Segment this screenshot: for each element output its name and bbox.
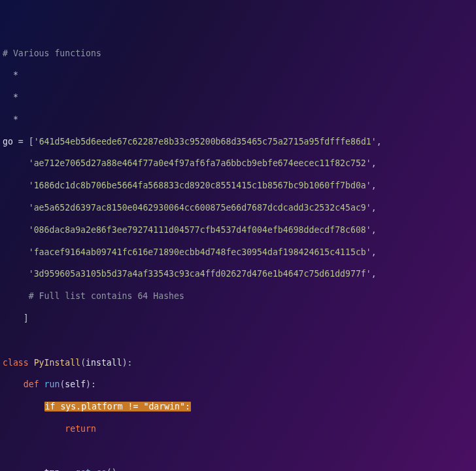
code-line: class PyInstall(install):: [3, 358, 473, 369]
ellipsis-dot: *: [13, 92, 18, 102]
code-line: 'ae5a652d6397ac8150e0462930064cc600875e6…: [3, 203, 473, 214]
keyword-return: return: [65, 424, 96, 434]
code-line: *: [3, 70, 473, 81]
hash-string: '1686dc1dc8b706be5664fa568833cd8920c8551…: [29, 181, 371, 190]
code-line: return: [3, 424, 473, 435]
code-line: 'ae712e7065d27a88e464f77a0e4f97af6fa7a6b…: [3, 158, 473, 169]
code-line: # Various functions: [3, 48, 473, 60]
blank-line: [3, 336, 473, 347]
class-name: PyInstall: [34, 358, 80, 368]
hash-string: 'ae5a652d6397ac8150e0462930064cc600875e6…: [29, 203, 371, 213]
blank-line: [3, 446, 473, 457]
hash-string: 'ae712e7065d27a88e464f77a0e4f97af6fa7a6b…: [29, 158, 371, 168]
code-line: *: [3, 114, 473, 126]
code-line: if sys.platform != "darwin":: [3, 402, 473, 413]
code-line: '3d959605a3105b5d37a4af33543c93ca4ffd026…: [3, 269, 473, 280]
code-line: tmp = get_co(): [3, 468, 473, 471]
variable: go: [3, 137, 13, 147]
code-line: 'faacef9164ab09741fc616e71890ecbb4d748fe…: [3, 247, 473, 258]
code-line: '1686dc1dc8b706be5664fa568833cd8920c8551…: [3, 181, 473, 192]
hash-string: 'faacef9164ab09741fc616e71890ecbb4d748fe…: [29, 247, 371, 257]
keyword-class: class: [3, 358, 29, 368]
ellipsis-dot: *: [13, 114, 18, 124]
function-name: run: [44, 379, 60, 389]
code-line: *: [3, 92, 473, 103]
hash-string: '641d54eb5d6eede67c62287e8b33c95200b68d3…: [34, 137, 377, 147]
code-line: go = ['641d54eb5d6eede67c62287e8b33c9520…: [3, 137, 473, 148]
highlight: if sys.platform != "darwin":: [44, 402, 191, 411]
comment: # Various functions: [3, 48, 101, 58]
code-line: # Full list contains 64 Hashes: [3, 291, 473, 302]
ellipsis-dot: *: [13, 70, 18, 80]
code-line: ]: [3, 313, 473, 324]
keyword-def: def: [24, 379, 39, 389]
code-line: '086dac8a9a2e86f3ee79274111d04577cfb4537…: [3, 225, 473, 236]
code-line: def run(self):: [3, 379, 473, 391]
hash-string: '086dac8a9a2e86f3ee79274111d04577cfb4537…: [29, 225, 371, 235]
comment: # Full list contains 64 Hashes: [29, 291, 184, 301]
hash-string: '3d959605a3105b5d37a4af33543c93ca4ffd026…: [29, 269, 371, 279]
